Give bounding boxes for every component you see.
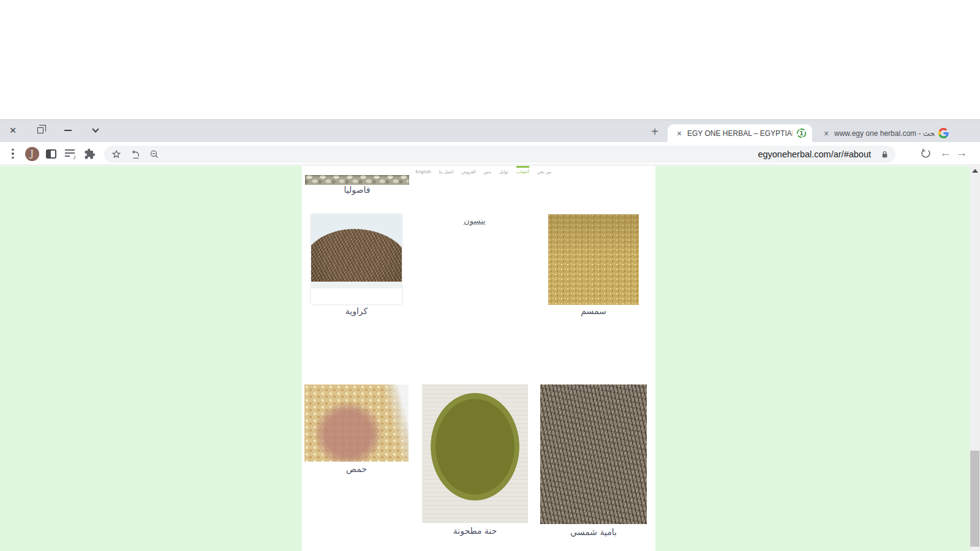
window-restore-button[interactable] <box>30 120 51 141</box>
browser-window: × + × EGY ONE HERBAL – EGYPTIAN HE <box>0 119 980 551</box>
side-panel-button[interactable] <box>42 145 59 162</box>
avatar-initial: J <box>25 147 39 161</box>
browser-menu-button[interactable] <box>4 145 21 162</box>
sun-dried-okra-photo[interactable] <box>540 384 647 524</box>
window-minimize-button[interactable] <box>58 120 78 141</box>
svg-text:1: 1 <box>800 130 804 137</box>
anise-link[interactable]: ينسون <box>426 216 524 225</box>
reload-button[interactable] <box>918 145 933 161</box>
caraway-photo[interactable] <box>311 214 402 288</box>
playlist-icon: ♪ <box>65 149 75 159</box>
sun-dried-okra-label: بامية شمسي <box>540 527 647 537</box>
chevron-down-icon <box>92 126 99 132</box>
omnibox-url-bar[interactable]: egyoneherbal.com/ar/#about <box>104 146 895 163</box>
nav-item-spices[interactable]: توابل <box>499 166 508 174</box>
table-surface <box>311 282 402 288</box>
tab-egy-one-herbal[interactable]: × EGY ONE HERBAL – EGYPTIAN HE 1 <box>668 124 812 142</box>
site-header: من نحن أعشاب توابل بذور العروض اتصل بنا … <box>302 166 655 175</box>
browser-toolbar: J ♪ <box>0 142 980 165</box>
new-tab-button[interactable]: + <box>646 123 663 140</box>
ground-henna-label: حنة مطحونة <box>422 526 528 536</box>
tab-google-search[interactable]: × www.egy one herbal.com - بحث <box>815 124 954 142</box>
extensions-puzzle-icon <box>84 148 96 160</box>
kebab-menu-icon <box>12 149 13 151</box>
close-icon: × <box>9 124 16 137</box>
site-nav: من نحن أعشاب توابل بذور العروض اتصل بنا … <box>404 166 551 174</box>
side-panel-icon <box>46 149 56 159</box>
nav-item-seeds[interactable]: بذور <box>484 166 491 174</box>
nav-item-about-us[interactable]: من نحن <box>537 166 551 174</box>
tab-close-icon[interactable]: × <box>674 128 685 139</box>
beans-label: فاصوليا <box>305 185 409 195</box>
bookmark-star-icon[interactable] <box>110 148 123 160</box>
forward-arrow-icon: → <box>956 146 968 160</box>
tab-title: www.egy one herbal.com - بحث <box>834 129 935 138</box>
window-menu-button[interactable] <box>85 120 106 141</box>
share-arrow-icon[interactable] <box>129 148 141 160</box>
chickpeas-label: حمص <box>304 464 409 474</box>
egy-one-herbal-favicon-icon: 1 <box>796 128 807 138</box>
profile-avatar[interactable]: J <box>23 145 40 162</box>
sesame-photo[interactable] <box>548 214 639 305</box>
desktop-background: × + × EGY ONE HERBAL – EGYPTIAN HE <box>0 0 980 551</box>
google-g-favicon-icon <box>938 128 949 138</box>
scrollbar-thumb[interactable] <box>970 451 979 547</box>
forward-button[interactable]: → <box>954 145 970 161</box>
restore-icon <box>37 127 43 133</box>
minimize-icon <box>64 130 72 131</box>
caraway-seed-pile <box>311 229 402 288</box>
caraway-label: كراوية <box>311 306 402 316</box>
back-arrow-icon: ← <box>940 146 952 160</box>
nav-item-herbs[interactable]: أعشاب <box>516 166 529 174</box>
window-close-button[interactable]: × <box>2 120 23 141</box>
tab-title: EGY ONE HERBAL – EGYPTIAN HE <box>687 129 793 138</box>
lock-icon[interactable] <box>878 148 891 160</box>
page-scrollbar[interactable] <box>970 166 980 551</box>
tab-close-icon[interactable]: × <box>821 128 832 139</box>
chickpeas-photo[interactable] <box>304 384 409 462</box>
nav-item-english[interactable]: English <box>416 166 431 174</box>
extensions-button[interactable] <box>81 145 98 162</box>
playlist-button[interactable]: ♪ <box>61 145 78 162</box>
sesame-label: سمسم <box>548 306 639 316</box>
zoom-out-magnifier-icon[interactable] <box>148 148 160 160</box>
back-button[interactable]: ← <box>938 145 954 161</box>
page-viewport: من نحن أعشاب توابل بذور العروض اتصل بنا … <box>0 166 980 551</box>
tab-strip: × + × EGY ONE HERBAL – EGYPTIAN HE <box>0 120 980 142</box>
nav-item-offers[interactable]: العروض <box>461 166 475 174</box>
scrollbar-up-arrow[interactable] <box>972 169 978 173</box>
url-text[interactable]: egyoneherbal.com/ar/#about <box>758 146 871 163</box>
beans-photo[interactable] <box>305 174 409 185</box>
caraway-card <box>311 214 402 304</box>
nav-item-contact-us[interactable]: اتصل بنا <box>439 166 454 174</box>
ground-henna-photo[interactable] <box>422 384 528 523</box>
